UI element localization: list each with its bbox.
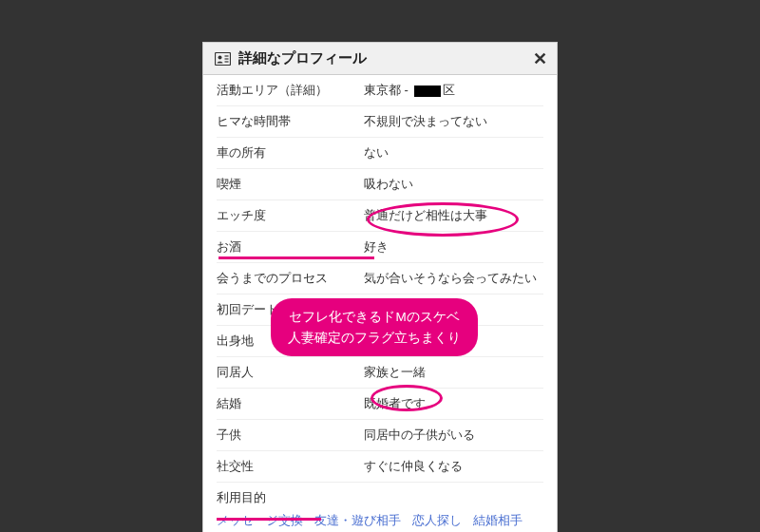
field-value: 不規則で決まってない [364,113,543,130]
field-value: 好き [364,238,543,256]
field-label: 同居人 [217,364,364,381]
table-row: 会うまでのプロセス 気が合いそうなら会ってみたい [217,263,543,294]
dialog-title: 詳細なプロフィール [238,49,367,67]
field-label: 子供 [217,427,364,444]
table-row: 車の所有 ない [217,138,543,169]
field-label: 会うまでのプロセス [217,270,364,287]
profile-card: 詳細なプロフィール ✕ 活動エリア（詳細） 東京都 - 区 ヒマな時間帯 不規則… [202,42,558,532]
field-label: 車の所有 [217,144,364,162]
table-row: 活動エリア（詳細） 東京都 - 区 [217,75,543,106]
field-label: 活動エリア（詳細） [217,82,364,99]
field-label: ヒマな時間帯 [217,113,364,130]
purpose-link[interactable]: 友達・遊び相手 [314,510,401,532]
table-row: ヒマな時間帯 不規則で決まってない [217,106,543,138]
table-row: 社交性 すぐに仲良くなる [217,451,543,483]
purpose-link[interactable]: メッセージ交換 [217,510,303,532]
annotation-bubble: セフレ化できるドMのスケベ 人妻確定のフラグ立ちまくり [271,298,478,356]
field-value: 気が合いそうなら会ってみたい [364,270,543,287]
purpose-link[interactable]: 恋人探し [412,510,462,532]
svg-point-1 [218,55,222,59]
close-icon[interactable]: ✕ [533,48,547,69]
table-row: お酒 好き [217,232,543,263]
field-value: 吸わない [364,176,543,193]
field-label: 喫煙 [217,176,364,193]
field-label: 結婚 [217,395,364,412]
card-header: 詳細なプロフィール ✕ [203,43,557,75]
table-row: 喫煙 吸わない [217,169,543,200]
purpose-link[interactable]: 結婚相手 [473,510,522,532]
profile-icon [215,52,231,66]
field-value: 東京都 - 区 [364,82,543,99]
field-label: 社交性 [217,458,364,475]
table-row: 同居人 家族と一緒 [217,357,543,389]
purpose-links: メッセージ交換 友達・遊び相手 恋人探し 結婚相手 不倫・浮気 [217,510,543,532]
redacted-text [414,86,441,97]
field-label: お酒 [217,238,364,256]
table-row: エッチ度 普通だけど相性は大事 [217,200,543,232]
field-value: 同居中の子供がいる [364,427,543,444]
field-value: 家族と一緒 [364,364,543,381]
table-row: 結婚 既婚者です [217,389,543,420]
field-label: エッチ度 [217,207,364,224]
field-value: 普通だけど相性は大事 [364,207,543,224]
purpose-section: 利用目的 メッセージ交換 友達・遊び相手 恋人探し 結婚相手 不倫・浮気 [217,483,543,532]
field-value: ない [364,144,543,162]
field-value: 既婚者です [364,395,543,412]
table-row: 子供 同居中の子供がいる [217,420,543,451]
field-label: 利用目的 [217,489,543,506]
field-value: すぐに仲良くなる [364,458,543,475]
